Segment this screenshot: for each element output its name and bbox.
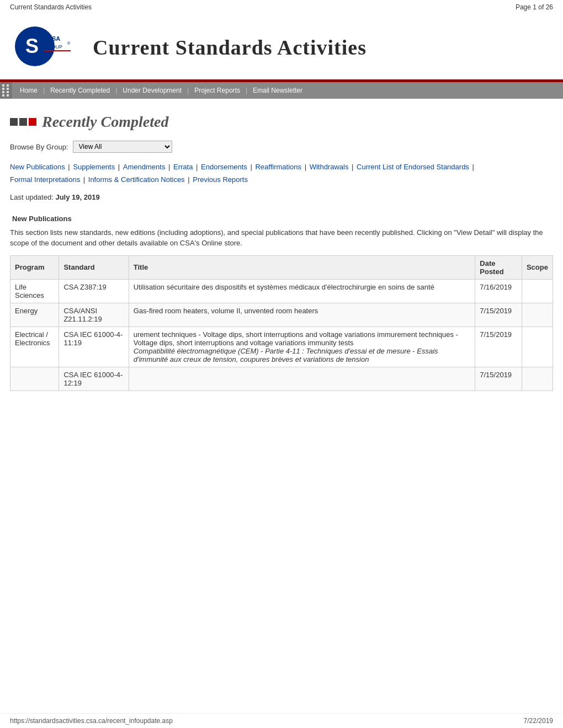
cell-title-3: urement techniques - Voltage dips, short… bbox=[129, 326, 475, 367]
link-new-publications[interactable]: New Publications bbox=[10, 163, 65, 171]
link-endorsements[interactable]: Endorsements bbox=[201, 163, 247, 171]
cell-standard-1: CSA Z387:19 bbox=[59, 279, 129, 303]
cell-program-3: Electrical /Electronics bbox=[10, 326, 59, 367]
nav-recently-completed[interactable]: Recently Completed bbox=[45, 83, 115, 98]
svg-text:S: S bbox=[25, 35, 39, 57]
table-row: Energy CSA/ANSI Z21.11.2:19 Gas-fired ro… bbox=[10, 303, 553, 326]
svg-text:GROUP: GROUP bbox=[44, 44, 62, 50]
links-row: New Publications | Supplements | Amendme… bbox=[10, 160, 553, 186]
cell-scope-4 bbox=[522, 367, 553, 390]
page-number: Page 1 of 26 bbox=[516, 3, 553, 11]
col-standard: Standard bbox=[59, 255, 129, 279]
link-supplements[interactable]: Supplements bbox=[73, 163, 115, 171]
link-withdrawals[interactable]: Withdrawals bbox=[310, 163, 349, 171]
link-informs[interactable]: Informs & Certification Notices bbox=[88, 175, 185, 184]
cell-date-1: 7/16/2019 bbox=[475, 279, 522, 303]
cell-scope-2 bbox=[522, 303, 553, 326]
col-title: Title bbox=[129, 255, 475, 279]
cell-date-2: 7/15/2019 bbox=[475, 303, 522, 326]
last-updated: Last updated: July 19, 2019 bbox=[10, 193, 553, 201]
link-previous-reports[interactable]: Previous Reports bbox=[193, 175, 248, 184]
last-updated-date: July 19, 2019 bbox=[55, 193, 99, 201]
section-heading: Recently Completed bbox=[10, 113, 553, 131]
browse-group: Browse By Group: View All bbox=[10, 141, 553, 153]
standards-table: Program Standard Title Date Posted Scope… bbox=[10, 255, 553, 391]
cell-standard-4: CSA IEC 61000-4-12:19 bbox=[59, 367, 129, 390]
sq-red bbox=[29, 118, 36, 126]
main-content: Recently Completed Browse By Group: View… bbox=[0, 99, 563, 401]
logo-banner: S CSA GROUP ® Current Standards Activiti… bbox=[0, 13, 563, 79]
nav-email-newsletter[interactable]: Email Newsletter bbox=[247, 83, 308, 98]
table-row: CSA IEC 61000-4-12:19 7/15/2019 bbox=[10, 367, 553, 390]
nav-items: Home | Recently Completed | Under Develo… bbox=[12, 82, 310, 99]
col-program: Program bbox=[10, 255, 59, 279]
nav-under-development[interactable]: Under Development bbox=[117, 83, 187, 98]
footer-url: https://standardsactivities.csa.ca/recen… bbox=[10, 717, 173, 725]
cell-program-4 bbox=[10, 367, 59, 390]
cell-standard-3: CSA IEC 61000-4-11:19 bbox=[59, 326, 129, 367]
new-publications-desc: This section lists new standards, new ed… bbox=[10, 227, 553, 249]
page-header: Current Standards Activities Page 1 of 2… bbox=[0, 0, 563, 13]
cell-title-2: Gas-fired room heaters, volume II, unven… bbox=[129, 303, 475, 326]
document-title: Current Standards Activities bbox=[10, 3, 92, 11]
cell-date-4: 7/15/2019 bbox=[475, 367, 522, 390]
link-current-list[interactable]: Current List of Endorsed Standards bbox=[357, 163, 469, 171]
sq-dark-1 bbox=[10, 118, 18, 126]
cell-title-3-italic: Compatibilité électromagnétique (CEM) - … bbox=[134, 347, 438, 363]
new-publications-section: New Publications This section lists new … bbox=[10, 215, 553, 391]
heading-squares bbox=[10, 118, 36, 126]
page-footer: https://standardsactivities.csa.ca/recen… bbox=[0, 713, 563, 728]
browse-select[interactable]: View All bbox=[73, 141, 172, 153]
cell-date-3: 7/15/2019 bbox=[475, 326, 522, 367]
link-formal-interpretations[interactable]: Formal Interpretations bbox=[10, 175, 80, 184]
table-row: Life Sciences CSA Z387:19 Utilisation sé… bbox=[10, 279, 553, 303]
svg-text:CSA: CSA bbox=[47, 35, 60, 42]
csa-logo: S CSA GROUP ® bbox=[10, 25, 76, 69]
nav-bar: Home | Recently Completed | Under Develo… bbox=[0, 82, 563, 99]
footer-date: 7/22/2019 bbox=[524, 717, 553, 725]
link-amendments[interactable]: Amendments bbox=[123, 163, 166, 171]
banner-title: Current Standards Activities bbox=[93, 35, 367, 60]
sq-dark-2 bbox=[19, 118, 27, 126]
section-heading-text: Recently Completed bbox=[42, 113, 168, 131]
svg-rect-4 bbox=[44, 50, 71, 51]
col-scope: Scope bbox=[522, 255, 553, 279]
nav-grid-icon bbox=[0, 82, 12, 99]
cell-standard-2: CSA/ANSI Z21.11.2:19 bbox=[59, 303, 129, 326]
cell-program-2: Energy bbox=[10, 303, 59, 326]
svg-text:®: ® bbox=[67, 41, 71, 45]
link-errata[interactable]: Errata bbox=[173, 163, 193, 171]
cell-scope-3 bbox=[522, 326, 553, 367]
table-row: Electrical /Electronics CSA IEC 61000-4-… bbox=[10, 326, 553, 367]
cell-scope-1 bbox=[522, 279, 553, 303]
cell-program-1: Life Sciences bbox=[10, 279, 59, 303]
browse-label: Browse By Group: bbox=[10, 143, 68, 151]
cell-title-4 bbox=[129, 367, 475, 390]
new-publications-title: New Publications bbox=[10, 215, 553, 223]
last-updated-prefix: Last updated: bbox=[10, 193, 55, 201]
cell-title-1: Utilisation sécuritaire des dispositifs … bbox=[129, 279, 475, 303]
grid-dots bbox=[2, 84, 10, 97]
link-reaffirmations[interactable]: Reaffirmations bbox=[255, 163, 301, 171]
nav-home[interactable]: Home bbox=[14, 83, 43, 98]
col-date-posted: Date Posted bbox=[475, 255, 522, 279]
nav-project-reports[interactable]: Project Reports bbox=[189, 83, 246, 98]
